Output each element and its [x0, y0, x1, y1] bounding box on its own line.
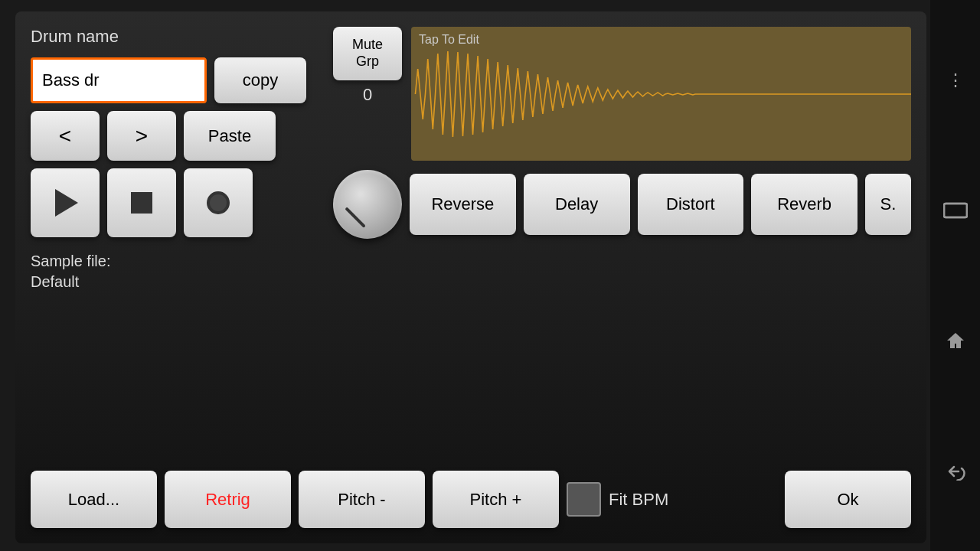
right-panel: Mute Grp 0 Tap To Edit — [333, 27, 911, 459]
volume-knob[interactable] — [333, 170, 402, 239]
svg-rect-1 — [944, 204, 967, 217]
mute-group-container: Mute Grp 0 — [333, 27, 402, 105]
nav-row: < > Paste — [31, 111, 322, 161]
more-options-icon[interactable]: ⋮ — [947, 70, 964, 90]
load-button[interactable]: Load... — [31, 471, 157, 528]
knob-container — [333, 170, 402, 239]
ok-button[interactable]: Ok — [785, 471, 911, 528]
mute-waveform-row: Mute Grp 0 Tap To Edit — [333, 27, 911, 161]
fit-bpm-checkbox[interactable] — [567, 482, 601, 517]
effects-row: Reverse Delay Distort Reverb S. — [333, 170, 911, 239]
sample-file-label: Sample file: — [31, 253, 322, 270]
reverse-button[interactable]: Reverse — [410, 174, 516, 235]
sample-section: Sample file: Default — [31, 253, 322, 291]
play-icon — [55, 189, 78, 217]
pitch-plus-button[interactable]: Pitch + — [433, 471, 559, 528]
bottom-row: Load... Retrig Pitch - Pitch + Fit BPM O… — [31, 459, 911, 528]
distort-button[interactable]: Distort — [638, 174, 744, 235]
more-effects-button[interactable]: S. — [865, 174, 911, 235]
top-section: Drum name copy < > Paste — [31, 27, 911, 459]
next-button[interactable]: > — [107, 111, 176, 161]
delay-button[interactable]: Delay — [524, 174, 630, 235]
reverb-button[interactable]: Reverb — [751, 174, 858, 235]
stop-button[interactable] — [107, 168, 176, 237]
fit-bpm-label: Fit BPM — [609, 490, 668, 510]
tablet-icon[interactable] — [943, 201, 968, 220]
tap-to-edit-label: Tap To Edit — [419, 33, 479, 47]
paste-button[interactable]: Paste — [184, 111, 276, 161]
waveform-svg — [411, 27, 911, 161]
playback-row — [31, 168, 322, 237]
name-row: copy — [31, 57, 322, 103]
fit-bpm-container: Fit BPM — [567, 471, 777, 528]
prev-button[interactable]: < — [31, 111, 100, 161]
back-icon[interactable] — [943, 462, 968, 481]
drum-name-label: Drum name — [31, 27, 322, 47]
left-panel: Drum name copy < > Paste — [31, 27, 322, 459]
retrig-button[interactable]: Retrig — [165, 471, 291, 528]
waveform-container[interactable]: Tap To Edit — [411, 27, 911, 161]
svg-rect-0 — [944, 204, 967, 217]
record-button[interactable] — [184, 168, 253, 237]
drum-name-input[interactable] — [31, 57, 207, 103]
main-panel: Drum name copy < > Paste — [15, 11, 926, 543]
copy-button[interactable]: copy — [214, 57, 306, 103]
mute-value: 0 — [363, 85, 372, 105]
record-icon — [207, 191, 230, 214]
mute-grp-button[interactable]: Mute Grp — [333, 27, 402, 80]
play-button[interactable] — [31, 168, 100, 237]
home-icon[interactable] — [945, 330, 966, 351]
sample-file-value: Default — [31, 273, 322, 291]
pitch-minus-button[interactable]: Pitch - — [299, 471, 425, 528]
stop-icon — [131, 192, 152, 214]
right-sidebar: ⋮ — [930, 0, 980, 551]
